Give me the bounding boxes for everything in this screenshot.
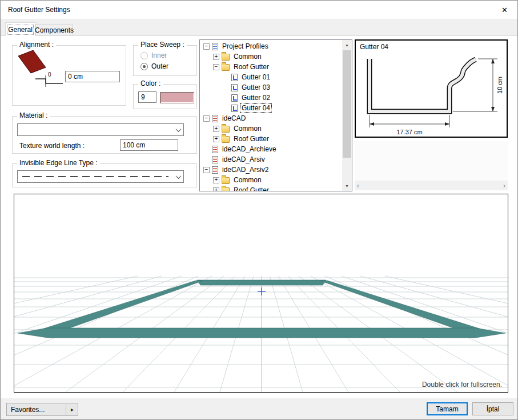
library-document-icon <box>212 146 218 153</box>
offset-dim-label: 0 <box>48 71 51 78</box>
folder-icon <box>222 54 230 61</box>
tree-item[interactable]: + Roof Gutter <box>200 185 342 191</box>
library-document-icon <box>212 166 218 174</box>
radio-outer-icon[interactable] <box>140 63 148 70</box>
tree-item[interactable]: + Common <box>200 51 342 62</box>
cancel-button[interactable]: İptal <box>472 402 513 415</box>
tree-item[interactable]: Gutter 01 <box>200 72 342 82</box>
tab-components[interactable]: Components <box>35 24 73 36</box>
place-sweep-outer-option[interactable]: Outer <box>140 62 168 70</box>
profile-tree[interactable]: − Project Profiles + Common − Roof Gutte… <box>199 39 352 191</box>
alignment-group: Alignment : 0 <box>12 45 126 106</box>
tree-item[interactable]: + Roof Gutter <box>200 134 342 144</box>
alignment-offset-input[interactable] <box>65 71 120 82</box>
radio-outer-label: Outer <box>151 62 168 70</box>
project-profiles-icon <box>212 43 218 50</box>
gutter-left-rail <box>38 281 203 330</box>
invisible-edge-group: Invisible Edge Line Type : <box>12 163 197 187</box>
library-document-icon <box>212 115 218 122</box>
profile-tree-rows: − Project Profiles + Common − Roof Gutte… <box>200 41 342 191</box>
scroll-up-icon[interactable]: ▲ <box>342 40 352 50</box>
alignment-label: Alignment : <box>17 41 56 49</box>
place-sweep-label: Place Sweep : <box>138 41 187 49</box>
tree-item-label: ideCAD <box>221 114 247 122</box>
offset-step-line <box>35 79 63 83</box>
preview-title: Gutter 04 <box>360 43 388 51</box>
tree-item[interactable]: ideCAD_Arsiv <box>200 154 342 165</box>
tab-general[interactable]: General <box>5 22 35 36</box>
title-bar: Roof Gutter Settings ✕ <box>1 1 517 19</box>
texture-length-input[interactable] <box>120 139 178 151</box>
folder-icon <box>222 187 230 191</box>
texture-length-label: Texture world length : <box>19 142 85 150</box>
color-index-input[interactable] <box>138 91 156 103</box>
tree-item-label: ideCAD_Archieve <box>221 145 278 153</box>
width-dimension-label: 17.37 cm <box>396 129 422 135</box>
tree-item[interactable]: − Roof Gutter <box>200 62 342 72</box>
profile-outline <box>370 59 476 111</box>
tree-item-label: ideCAD_Arsiv <box>221 155 266 163</box>
tree-item-label: Roof Gutter <box>232 135 270 143</box>
tree-item[interactable]: Gutter 03 <box>200 82 342 93</box>
gutter-far-rail <box>197 280 326 285</box>
collapse-icon[interactable]: − <box>203 167 210 173</box>
tree-item-label: Gutter 02 <box>240 94 271 102</box>
scroll-left-icon[interactable]: ‹ <box>355 182 362 190</box>
tree-item[interactable]: + Common <box>200 175 342 185</box>
expand-icon[interactable]: + <box>213 136 219 142</box>
place-sweep-group: Place Sweep : Inner Outer <box>133 45 197 76</box>
collapse-icon[interactable]: − <box>203 43 210 50</box>
expand-icon[interactable]: + <box>213 187 219 191</box>
footer-bar: Favorites... ▸ Tamam İptal <box>1 398 517 419</box>
expand-icon[interactable]: + <box>213 54 219 60</box>
close-button[interactable]: ✕ <box>492 1 517 19</box>
scroll-down-icon[interactable]: ▼ <box>342 181 352 191</box>
gutter-profile-icon <box>231 94 238 102</box>
gutter-near-rail <box>18 328 505 338</box>
scrollbar-thumb[interactable] <box>343 50 351 158</box>
cursor-cross-icon <box>258 287 266 295</box>
folder-icon <box>222 64 230 71</box>
tree-item[interactable]: ideCAD_Archieve <box>200 144 342 154</box>
gutter-profile-icon <box>231 105 238 112</box>
tree-item-label: Roof Gutter <box>232 186 270 191</box>
expand-icon[interactable]: + <box>213 126 219 132</box>
tree-item-label: Gutter 01 <box>240 73 271 81</box>
tree-item-label: Gutter 03 <box>240 83 271 91</box>
collapse-icon[interactable]: − <box>213 64 219 70</box>
color-label: Color : <box>138 79 163 87</box>
scroll-right-icon[interactable]: › <box>501 182 508 190</box>
collapse-icon[interactable]: − <box>203 115 210 122</box>
material-select[interactable] <box>17 123 184 136</box>
3d-grid-scene <box>14 194 508 392</box>
favorites-button[interactable]: Favorites... ▸ <box>6 403 78 416</box>
material-label: Material : <box>17 111 50 119</box>
gutter-right-rail <box>320 281 485 330</box>
ok-button-label: Tamam <box>436 405 458 413</box>
height-dimension-label: 10 cm <box>496 77 503 94</box>
invisible-edge-select[interactable] <box>17 170 184 183</box>
tree-vertical-scrollbar[interactable]: ▲ ▼ <box>342 40 352 191</box>
tree-item-label: Common <box>232 176 263 184</box>
tree-item-label: Gutter 04 <box>240 104 271 112</box>
invisible-edge-label: Invisible Edge Line Type : <box>17 159 100 167</box>
chevron-down-icon <box>173 124 183 135</box>
folder-icon <box>222 136 230 143</box>
dashed-line-sample <box>22 176 168 177</box>
tree-item-selected[interactable]: Gutter 04 <box>200 103 342 113</box>
tree-item[interactable]: + Common <box>200 123 342 134</box>
place-sweep-inner-option[interactable]: Inner <box>140 51 167 59</box>
radio-inner-icon[interactable] <box>140 52 148 59</box>
preview-horizontal-scrollbar[interactable]: ‹ › <box>355 181 508 190</box>
expand-icon[interactable]: + <box>213 177 219 183</box>
color-swatch[interactable] <box>160 92 194 103</box>
tree-item[interactable]: Gutter 02 <box>200 93 342 103</box>
color-group: Color : <box>133 84 197 109</box>
fullscreen-hint: Double click for fullscreen. <box>422 381 502 389</box>
tree-item[interactable]: − Project Profiles <box>200 41 342 51</box>
tree-item[interactable]: − ideCAD <box>200 113 342 123</box>
ok-button[interactable]: Tamam <box>427 402 468 415</box>
tree-item-label: Roof Gutter <box>232 63 270 71</box>
gutter-3d-viewport[interactable]: Double click for fullscreen. <box>14 194 508 393</box>
tree-item[interactable]: − ideCAD_Arsiv2 <box>200 165 342 175</box>
